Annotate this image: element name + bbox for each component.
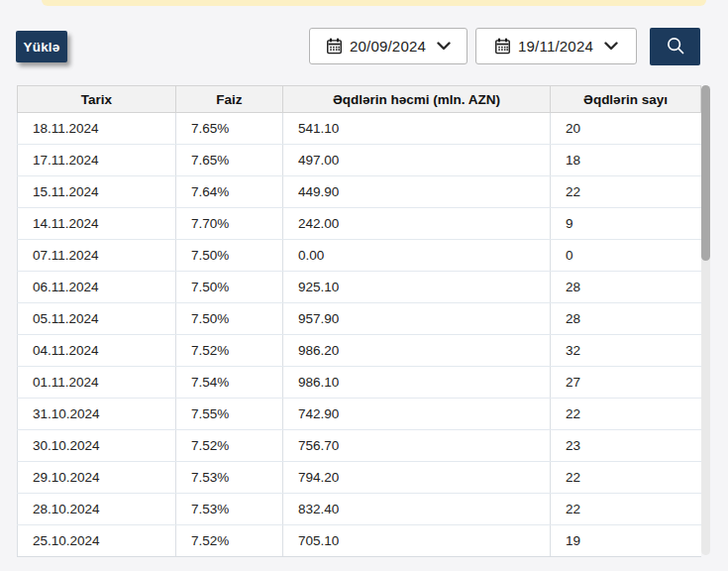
table-cell-count: 23	[551, 430, 701, 462]
table-cell-rate: 7.53%	[176, 462, 283, 494]
calendar-icon	[494, 38, 511, 55]
table-row: 17.11.20247.65%497.0018	[18, 145, 701, 176]
table-cell-volume: 742.90	[283, 399, 551, 430]
table-cell-date: 07.11.2024	[18, 240, 176, 272]
table-cell-date: 05.11.2024	[18, 303, 176, 335]
table-row: 14.11.20247.70%242.009	[18, 208, 701, 240]
table-cell-date: 29.10.2024	[18, 462, 176, 494]
highlight-strip	[42, 0, 706, 6]
table-cell-date: 14.11.2024	[18, 208, 176, 240]
header-rate: Faiz	[176, 86, 283, 113]
table-row: 04.11.20247.52%986.2032	[18, 335, 701, 367]
table-cell-count: 22	[551, 462, 701, 494]
table-cell-count: 28	[551, 272, 701, 303]
table-cell-rate: 7.52%	[176, 525, 283, 557]
table-cell-date: 18.11.2024	[18, 113, 176, 145]
data-table: Tarix Faiz Əqdlərin həcmi (mln. AZN) Əqd…	[17, 85, 700, 557]
calendar-icon	[326, 38, 343, 55]
table-scrollbar-thumb[interactable]	[701, 85, 710, 261]
table-cell-rate: 7.50%	[176, 272, 283, 303]
table-row: 07.11.20247.50%0.000	[18, 240, 701, 272]
table-cell-rate: 7.65%	[176, 145, 283, 176]
table-cell-count: 32	[551, 335, 701, 367]
table-cell-volume: 986.10	[283, 367, 551, 399]
table-row: 29.10.20247.53%794.2022	[18, 462, 701, 494]
table-cell-volume: 449.90	[283, 176, 551, 208]
download-button[interactable]: Yüklə	[16, 31, 67, 62]
search-button[interactable]	[650, 28, 700, 65]
table-row: 30.10.20247.52%756.7023	[18, 430, 701, 462]
table-cell-date: 17.11.2024	[18, 145, 176, 176]
table-cell-volume: 541.10	[283, 113, 551, 145]
table-scrollbar-track[interactable]	[701, 85, 710, 555]
table-cell-rate: 7.64%	[176, 176, 283, 208]
table-cell-rate: 7.52%	[176, 335, 283, 367]
table-cell-count: 28	[551, 303, 701, 335]
table-row: 05.11.20247.50%957.9028	[18, 303, 701, 335]
table-header-row: Tarix Faiz Əqdlərin həcmi (mln. AZN) Əqd…	[18, 86, 701, 113]
table-cell-volume: 794.20	[283, 462, 551, 494]
table-cell-count: 19	[551, 525, 701, 557]
table-cell-count: 9	[551, 208, 701, 240]
table-cell-volume: 957.90	[283, 303, 551, 335]
table-body: 18.11.20247.65%541.102017.11.20247.65%49…	[18, 113, 701, 557]
table-cell-rate: 7.54%	[176, 367, 283, 399]
table-cell-date: 28.10.2024	[18, 494, 176, 525]
table-cell-volume: 497.00	[283, 145, 551, 176]
table-cell-volume: 986.20	[283, 335, 551, 367]
table-cell-volume: 0.00	[283, 240, 551, 272]
table-row: 15.11.20247.64%449.9022	[18, 176, 701, 208]
table-cell-volume: 242.00	[283, 208, 551, 240]
table-cell-date: 15.11.2024	[18, 176, 176, 208]
header-volume: Əqdlərin həcmi (mln. AZN)	[283, 86, 551, 113]
table-row: 31.10.20247.55%742.9022	[18, 399, 701, 430]
table-cell-rate: 7.53%	[176, 494, 283, 525]
chevron-down-icon	[437, 42, 451, 51]
table-cell-date: 01.11.2024	[18, 367, 176, 399]
table-cell-volume: 756.70	[283, 430, 551, 462]
header-count: Əqdlərin sayı	[551, 86, 701, 113]
table-cell-date: 04.11.2024	[18, 335, 176, 367]
table-cell-rate: 7.50%	[176, 303, 283, 335]
table-cell-rate: 7.50%	[176, 240, 283, 272]
table-cell-rate: 7.52%	[176, 430, 283, 462]
table-cell-count: 27	[551, 367, 701, 399]
table-cell-count: 22	[551, 494, 701, 525]
table-cell-date: 30.10.2024	[18, 430, 176, 462]
table-cell-date: 31.10.2024	[18, 399, 176, 430]
header-date: Tarix	[18, 86, 176, 113]
table-cell-count: 0	[551, 240, 701, 272]
table-row: 18.11.20247.65%541.1020	[18, 113, 701, 145]
table-cell-count: 18	[551, 145, 701, 176]
table-cell-rate: 7.70%	[176, 208, 283, 240]
table-cell-rate: 7.55%	[176, 399, 283, 430]
table-cell-rate: 7.65%	[176, 113, 283, 145]
chevron-down-icon	[604, 42, 618, 51]
table-cell-date: 25.10.2024	[18, 525, 176, 557]
table-row: 06.11.20247.50%925.1028	[18, 272, 701, 303]
date-from-picker[interactable]: 20/09/2024	[309, 28, 468, 64]
search-icon	[665, 35, 686, 59]
table-row: 25.10.20247.52%705.1019	[18, 525, 701, 557]
date-to-picker[interactable]: 19/11/2024	[475, 28, 637, 64]
date-from-value: 20/09/2024	[350, 38, 426, 55]
table-row: 01.11.20247.54%986.1027	[18, 367, 701, 399]
table-cell-volume: 925.10	[283, 272, 551, 303]
table-row: 28.10.20247.53%832.4022	[18, 494, 701, 525]
table-cell-count: 22	[551, 176, 701, 208]
date-to-value: 19/11/2024	[518, 38, 593, 55]
table-cell-count: 22	[551, 399, 701, 430]
table-cell-count: 20	[551, 113, 701, 145]
table-cell-date: 06.11.2024	[18, 272, 176, 303]
page: Yüklə 20/09/2024	[0, 0, 728, 571]
table-cell-volume: 705.10	[283, 525, 551, 557]
table-cell-volume: 832.40	[283, 494, 551, 525]
